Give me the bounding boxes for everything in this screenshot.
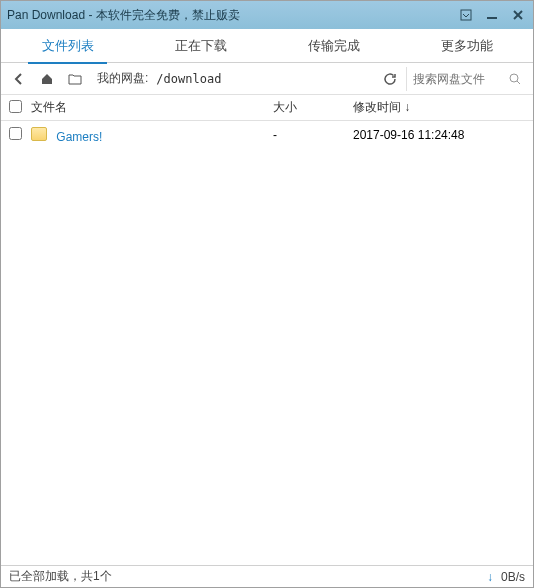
search-input[interactable] [413, 68, 503, 90]
row-size-cell: - [273, 128, 353, 142]
close-button[interactable] [509, 7, 527, 23]
dropdown-icon[interactable] [457, 7, 475, 23]
tabs: 文件列表 正在下载 传输完成 更多功能 [1, 29, 533, 63]
row-mtime-cell: 2017-09-16 11:24:48 [353, 128, 533, 142]
file-name[interactable]: Gamers! [56, 130, 102, 144]
column-header-row: 文件名 大小 修改时间 ↓ [1, 95, 533, 121]
path-input[interactable] [152, 68, 374, 90]
tab-more[interactable]: 更多功能 [400, 29, 533, 63]
tab-completed[interactable]: 传输完成 [267, 29, 400, 63]
titlebar-buttons [457, 7, 527, 23]
titlebar: Pan Download - 本软件完全免费，禁止贩卖 [1, 1, 533, 29]
search-icon[interactable] [503, 67, 527, 91]
table-row[interactable]: Gamers! - 2017-09-16 11:24:48 [1, 121, 533, 149]
svg-line-5 [517, 81, 520, 84]
select-all-checkbox[interactable] [9, 100, 31, 116]
toolbar: 我的网盘: [1, 63, 533, 95]
back-button[interactable] [7, 67, 31, 91]
row-name-cell: Gamers! [31, 127, 273, 144]
folder-icon [31, 127, 47, 141]
column-name[interactable]: 文件名 [31, 99, 273, 116]
minimize-button[interactable] [483, 7, 501, 23]
tab-file-list[interactable]: 文件列表 [1, 29, 134, 63]
speed-text: 0B/s [501, 570, 525, 584]
statusbar: 已全部加载，共1个 ↓ 0B/s [1, 565, 533, 587]
home-button[interactable] [35, 67, 59, 91]
status-text: 已全部加载，共1个 [9, 568, 487, 585]
folder-button[interactable] [63, 67, 87, 91]
path-label: 我的网盘: [97, 70, 148, 87]
svg-point-4 [510, 74, 518, 82]
column-size[interactable]: 大小 [273, 99, 353, 116]
download-arrow-icon: ↓ [487, 570, 493, 584]
svg-rect-0 [461, 10, 471, 20]
tab-downloading[interactable]: 正在下载 [134, 29, 267, 63]
file-list: Gamers! - 2017-09-16 11:24:48 [1, 121, 533, 565]
row-checkbox[interactable] [9, 127, 31, 143]
titlebar-title: Pan Download - 本软件完全免费，禁止贩卖 [7, 7, 457, 24]
search-wrap [406, 67, 527, 91]
refresh-button[interactable] [378, 67, 402, 91]
column-mtime[interactable]: 修改时间 ↓ [353, 99, 533, 116]
